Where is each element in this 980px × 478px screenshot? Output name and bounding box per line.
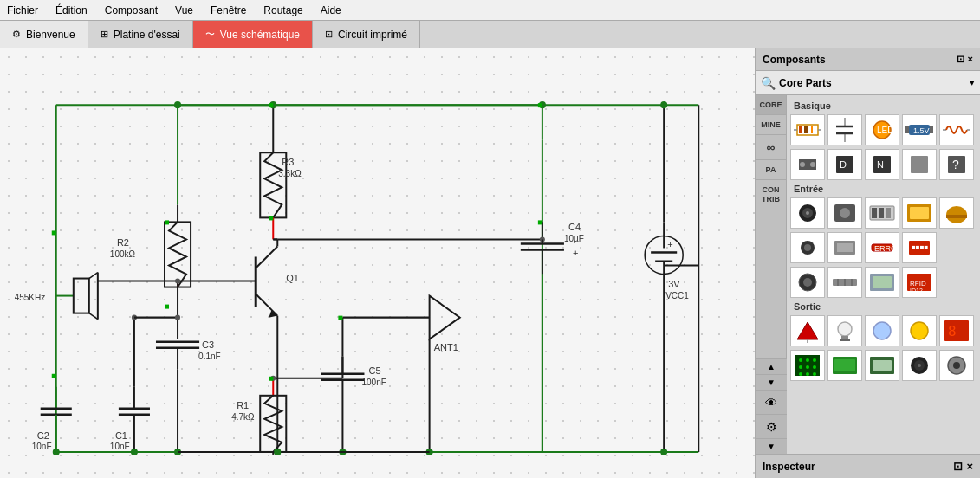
svg-rect-168	[946, 215, 967, 218]
comp-seven-seg[interactable]: 8	[939, 315, 974, 346]
comp-led-red[interactable]	[790, 315, 825, 346]
comp-display-strip[interactable]	[827, 267, 862, 298]
svg-point-198	[799, 358, 802, 362]
comp-potentiometer[interactable]: ■■■■	[902, 232, 937, 263]
tab-pcb[interactable]: ⊡ Circuit imprimé	[313, 21, 420, 48]
tab-welcome-label: Bienvenue	[26, 29, 75, 41]
schematic-canvas[interactable]: R3 3.3kΩ Q1 R2	[0, 48, 755, 478]
basique-row2: D N ?	[790, 147, 977, 182]
svg-text:ANT1: ANT1	[434, 342, 458, 352]
panel-header: Composants ⊡ ×	[756, 48, 980, 71]
svg-rect-142	[930, 126, 933, 133]
scroll-down[interactable]: ▼	[756, 374, 787, 390]
comp-lcd[interactable]	[865, 267, 899, 298]
comp-lcd2[interactable]	[865, 350, 899, 381]
svg-rect-141	[905, 126, 909, 133]
section-basique-label: Basique	[790, 99, 977, 113]
inspector-close-icon[interactable]: ×	[966, 460, 973, 473]
svg-rect-163	[879, 208, 884, 218]
undock-icon[interactable]: ⊡	[957, 54, 964, 65]
svg-point-213	[918, 364, 921, 367]
comp-switch[interactable]: ERROR	[865, 232, 899, 263]
cat-pa[interactable]: PA	[756, 160, 786, 180]
comp-capacitor[interactable]	[827, 114, 862, 145]
comp-speaker[interactable]	[790, 197, 825, 229]
svg-rect-127	[538, 220, 542, 224]
svg-text:8: 8	[948, 323, 957, 339]
svg-text:3V: 3V	[668, 279, 680, 289]
cat-contrib[interactable]: CONTRIB	[756, 180, 786, 210]
down-arrow-icon[interactable]: ▼	[756, 438, 787, 454]
comp-buzzer[interactable]	[902, 350, 937, 381]
svg-text:C2: C2	[37, 430, 49, 441]
comp-unknown[interactable]: ?	[939, 149, 974, 180]
comp-helmet[interactable]	[939, 197, 974, 229]
menu-routage[interactable]: Routage	[260, 3, 306, 18]
svg-text:3.3kΩ: 3.3kΩ	[278, 169, 302, 178]
menu-aide[interactable]: Aide	[317, 3, 345, 18]
comp-battery[interactable]: 1.5V	[902, 114, 937, 145]
svg-point-204	[799, 372, 802, 376]
comp-microphone[interactable]	[790, 232, 825, 263]
comp-yellow-comp[interactable]	[902, 315, 937, 346]
menu-fichier[interactable]: Fichier	[3, 3, 42, 18]
menubar: Fichier Édition Composant Vue Fenêtre Ro…	[0, 0, 980, 21]
section-menu-icon[interactable]: ▾	[970, 77, 975, 88]
close-icon[interactable]: ×	[968, 54, 973, 65]
comp-blue-led[interactable]	[865, 315, 899, 346]
svg-rect-120	[165, 305, 169, 309]
cat-contrib-infinity[interactable]: ∞	[756, 135, 786, 160]
comp-connector[interactable]	[790, 149, 825, 180]
svg-point-148	[810, 162, 815, 167]
svg-text:R2: R2	[117, 237, 129, 248]
comp-panel2[interactable]	[827, 232, 862, 263]
menu-edition[interactable]: Édition	[52, 3, 91, 18]
svg-rect-123	[269, 216, 273, 220]
svg-marker-54	[430, 296, 460, 339]
tab-welcome[interactable]: ⚙ Bienvenue	[0, 21, 88, 48]
tab-breadboard-label: Platine d'essai	[114, 29, 180, 41]
tabbar: ⚙ Bienvenue ⊞ Platine d'essai 〜 Vue sché…	[0, 21, 980, 48]
tab-schematic[interactable]: 〜 Vue schématique	[193, 21, 313, 48]
inspector-title: Inspecteur	[763, 461, 815, 473]
comp-n[interactable]: N	[865, 149, 899, 180]
svg-rect-210	[873, 360, 892, 371]
comp-resistor[interactable]	[790, 114, 825, 145]
comp-led[interactable]: LED	[865, 114, 899, 145]
comp-gray-box[interactable]	[902, 149, 937, 180]
comp-lcd-display[interactable]	[827, 350, 862, 381]
comp-motor[interactable]: D	[827, 149, 862, 180]
svg-text:RFID: RFID	[910, 280, 926, 287]
svg-text:LED: LED	[877, 126, 893, 135]
comp-relay[interactable]	[902, 197, 937, 229]
search-bar: 🔍 Core Parts ▾	[756, 71, 980, 95]
comp-pcb-btn[interactable]	[790, 267, 825, 298]
comp-inductor[interactable]	[939, 114, 974, 145]
scroll-up[interactable]: ▲	[756, 358, 787, 374]
comp-dip-switch[interactable]	[865, 197, 899, 229]
svg-point-178	[803, 278, 812, 287]
comp-button[interactable]	[827, 197, 862, 229]
comp-rfid[interactable]: RFIDID12	[902, 267, 937, 298]
inspector-bar: Inspecteur ⊡ ×	[756, 454, 980, 478]
menu-composant[interactable]: Composant	[101, 3, 161, 18]
eye-icon[interactable]: 👁	[756, 390, 787, 414]
entree-row1	[790, 196, 977, 230]
gear-icon[interactable]: ⚙	[756, 414, 787, 438]
comp-encoder[interactable]	[939, 350, 974, 381]
comp-green-matrix[interactable]	[790, 350, 825, 381]
menu-fenetre[interactable]: Fenêtre	[207, 3, 250, 18]
svg-text:1.5V: 1.5V	[913, 126, 930, 135]
svg-point-201	[799, 365, 802, 369]
menu-vue[interactable]: Vue	[172, 3, 197, 18]
comp-bulb[interactable]	[827, 315, 862, 346]
svg-text:+: +	[667, 239, 672, 249]
svg-rect-208	[834, 359, 855, 371]
cat-mine[interactable]: MINE	[756, 115, 786, 135]
tab-breadboard[interactable]: ⊞ Platine d'essai	[88, 21, 193, 48]
inspector-undock-icon[interactable]: ⊡	[953, 460, 963, 473]
svg-rect-119	[52, 374, 56, 378]
svg-point-193	[873, 322, 891, 339]
svg-point-112	[274, 449, 281, 455]
cat-core[interactable]: CORE	[756, 95, 786, 115]
